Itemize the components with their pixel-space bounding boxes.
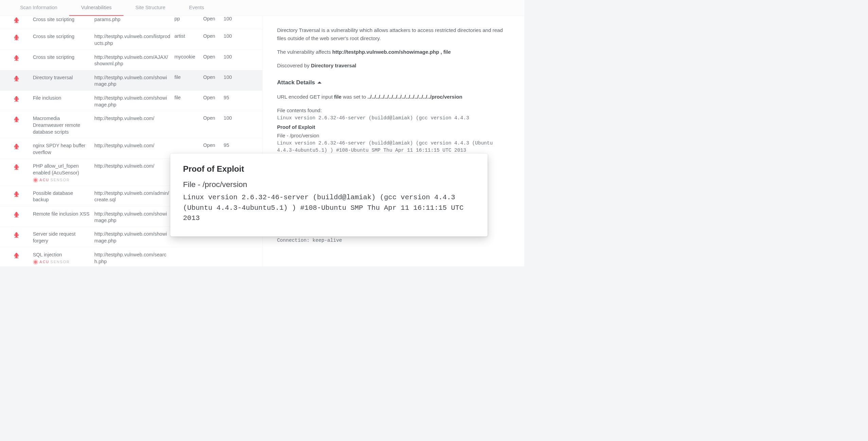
parameter-cell: mycookie <box>174 52 203 60</box>
bug-icon <box>13 75 20 83</box>
url-cell: http://testphp.vulnweb.com/showimage.php <box>94 94 175 108</box>
app-root: Scan Information Vulnerabilities Site St… <box>0 0 524 266</box>
table-row[interactable]: Cross site scriptinghttp://testphp.vulnw… <box>0 50 263 70</box>
vulnerability-name-cell: File inclusion <box>33 94 94 101</box>
severity-cell <box>0 16 33 24</box>
parameter-cell <box>174 114 203 115</box>
url-cell: http://testphp.vulnweb.com/ <box>94 162 175 169</box>
status-cell <box>203 250 224 252</box>
url-cell: http://testphp.vulnweb.com/ <box>94 114 175 122</box>
confidence-cell: 100 <box>224 73 240 80</box>
vulnerability-name-cell: Remote file inclusion XSS <box>33 209 94 217</box>
vulnerability-name-cell: SQL injectionACUSENSOR <box>33 250 94 265</box>
parameter-cell: file <box>174 94 203 101</box>
vulnerability-name-cell: Cross site scripting <box>33 16 94 23</box>
tab-scan-information[interactable]: Scan Information <box>8 0 69 16</box>
bug-icon <box>13 211 20 219</box>
attack-details-label: Attack Details <box>277 78 315 87</box>
vulnerability-name: Remote file inclusion XSS <box>33 210 90 217</box>
confidence-cell: 100 <box>224 16 240 22</box>
vulnerability-name: Macromedia Dreamweaver remote database s… <box>33 115 90 135</box>
table-row[interactable]: SQL injectionACUSENSORhttp://testphp.vul… <box>0 247 263 266</box>
bug-icon <box>13 232 20 239</box>
vulnerability-name: SQL injection <box>33 251 90 258</box>
url-cell: http://testphp.vulnweb.com/showimage.php <box>94 230 175 244</box>
vulnerability-name-cell: Macromedia Dreamweaver remote database s… <box>33 114 94 135</box>
table-row[interactable]: Directory traversalhttp://testphp.vulnwe… <box>0 70 263 90</box>
vulnerability-name-cell: Possible database backup <box>33 189 94 203</box>
proof-of-exploit-value: Linux version 2.6.32-46-server (buildd@l… <box>277 140 510 154</box>
vulnerability-name: Cross site scripting <box>33 16 90 23</box>
vulnerability-name-cell: PHP allow_url_fopen enabled (AcuSensor)A… <box>33 162 94 183</box>
url-cell: http://testphp.vulnweb.com/ <box>94 141 175 149</box>
detail-affects-prefix: The vulnerability affects <box>277 49 332 55</box>
severity-cell <box>0 189 33 198</box>
tab-site-structure[interactable]: Site Structure <box>124 0 177 16</box>
acusensor-badge-text-1: ACU <box>39 259 49 265</box>
status-cell: Open <box>203 73 224 80</box>
proof-of-exploit-label: Proof of Exploit <box>277 123 510 131</box>
attack-enc-mid: was set to <box>341 94 367 100</box>
parameter-cell <box>174 250 203 252</box>
vulnerability-name-cell: Cross site scripting <box>33 32 94 40</box>
acusensor-badge-text-2: SENSOR <box>51 177 70 183</box>
detail-description: Directory Traversal is a vulnerability w… <box>277 26 510 42</box>
severity-cell <box>0 73 33 83</box>
status-cell: Open <box>203 94 224 101</box>
parameter-cell <box>174 141 203 142</box>
status-cell: Open <box>203 32 224 39</box>
attack-details-header[interactable]: Attack Details <box>277 78 510 87</box>
proof-of-exploit-file: File - /proc/version <box>277 132 510 139</box>
bug-icon <box>13 252 20 260</box>
file-contents-label: File contents found: <box>277 107 510 115</box>
table-row[interactable]: Cross site scriptingparams.phpppOpen100 <box>0 16 263 29</box>
severity-cell <box>0 162 33 171</box>
acusensor-badge-text-2: SENSOR <box>51 259 70 265</box>
url-cell: http://testphp.vulnweb.com/showimage.php <box>94 209 175 224</box>
acusensor-badge: ACUSENSOR <box>33 259 90 265</box>
severity-cell <box>0 94 33 103</box>
card-title: Proof of Exploit <box>183 164 475 173</box>
acusensor-badge-text-1: ACU <box>39 177 49 183</box>
confidence-cell: 100 <box>224 52 240 60</box>
table-row[interactable]: Cross site scriptinghttp://testphp.vulnw… <box>0 29 263 50</box>
vulnerability-name: File inclusion <box>33 95 90 102</box>
vulnerability-name: Server side request forgery <box>33 231 90 244</box>
vulnerability-name-cell: Server side request forgery <box>33 230 94 244</box>
detail-affects: The vulnerability affects http://testphp… <box>277 48 510 56</box>
vulnerability-name-cell: nginx SPDY heap buffer overflow <box>33 141 94 156</box>
file-contents-value: Linux version 2.6.32-46-server (buildd@l… <box>277 115 510 122</box>
vulnerability-name: Possible database backup <box>33 190 90 203</box>
severity-cell <box>0 141 33 151</box>
tab-events[interactable]: Events <box>177 0 216 16</box>
url-cell: params.php <box>94 16 175 23</box>
attack-enc-prefix: URL encoded GET input <box>277 94 334 100</box>
severity-cell <box>0 230 33 239</box>
status-cell: Open <box>203 114 224 121</box>
detail-discovered-name: Directory traversal <box>311 63 356 68</box>
parameter-cell: artist <box>174 32 203 39</box>
bug-icon <box>13 17 20 24</box>
detail-discovered-by: Discovered by Directory traversal <box>277 62 510 69</box>
card-body: Linux version 2.6.32-46-server (buildd@l… <box>183 192 475 223</box>
url-cell: http://testphp.vulnweb.com/admin/create.… <box>94 189 175 203</box>
vulnerability-name-cell: Directory traversal <box>33 73 94 81</box>
caret-up-icon <box>318 82 322 84</box>
url-cell: http://testphp.vulnweb.com/showimage.php <box>94 73 175 88</box>
severity-cell <box>0 52 33 62</box>
tab-vulnerabilities[interactable]: Vulnerabilities <box>69 0 124 16</box>
detail-affects-target: http://testphp.vulnweb.com/showimage.php… <box>332 49 451 55</box>
attack-enc-value: ../../../../../../../../../../../../../.… <box>367 94 462 100</box>
vulnerability-name: nginx SPDY heap buffer overflow <box>33 142 90 156</box>
table-row[interactable]: File inclusionhttp://testphp.vulnweb.com… <box>0 91 263 111</box>
vulnerability-name-cell: Cross site scripting <box>33 52 94 60</box>
bug-icon <box>13 191 20 198</box>
bug-icon <box>13 55 20 62</box>
severity-cell <box>0 209 33 219</box>
vulnerability-name: PHP allow_url_fopen enabled (AcuSensor) <box>33 163 90 176</box>
severity-cell <box>0 250 33 260</box>
acusensor-emblem-icon <box>33 177 38 183</box>
parameter-cell: pp <box>174 16 203 22</box>
table-row[interactable]: Macromedia Dreamweaver remote database s… <box>0 111 263 138</box>
bug-icon <box>13 116 20 123</box>
